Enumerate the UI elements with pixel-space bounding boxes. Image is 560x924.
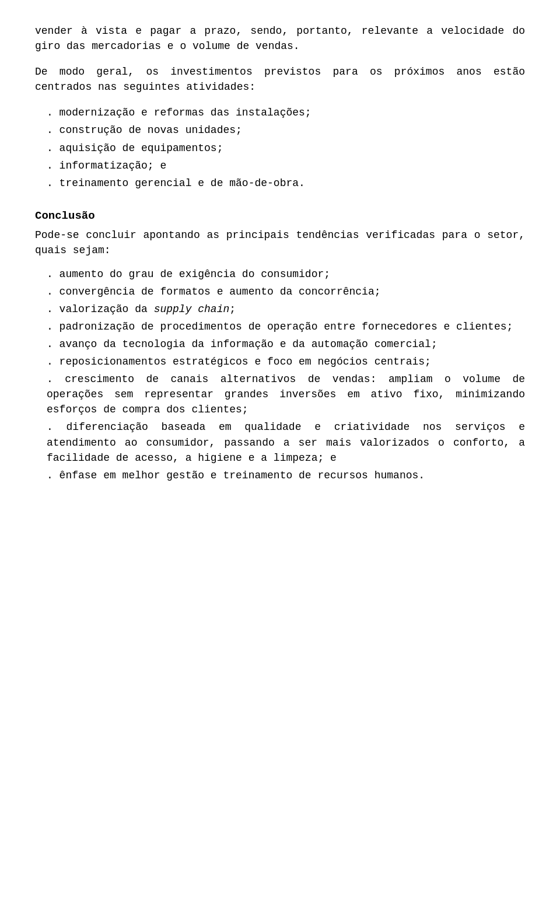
intro-paragraph-1: vender à vista e pagar a prazo, sendo, p… [35,23,525,54]
conclusion-item-supply-chain: . valorização da supply chain; [35,302,525,317]
conclusion-item-4: . padronização de procedimentos de opera… [35,319,525,334]
supply-chain-suffix: ; [229,303,236,315]
bullet-item-3: . aquisição de equipamentos; [35,141,525,156]
supply-chain-italic: supply chain [154,303,230,315]
conclusion-item-6: . reposicionamentos estratégicos e foco … [35,354,525,369]
conclusion-item-7: . crescimento de canais alternativos de … [35,372,525,417]
supply-chain-prefix: . valorização da [47,303,154,315]
conclusion-item-5: . avanço da tecnologia da informação e d… [35,337,525,352]
conclusion-intro: Pode-se concluir apontando as principais… [35,228,525,258]
document-content: vender à vista e pagar a prazo, sendo, p… [35,23,525,483]
bullet-list: . modernização e reformas das instalaçõe… [35,105,525,190]
intro-paragraph-2: De modo geral, os investimentos previsto… [35,64,525,94]
bullet-item-2: . construção de novas unidades; [35,123,525,138]
bullet-item-4: . informatização; e [35,158,525,173]
conclusion-heading: Conclusão [35,208,525,225]
conclusion-item-2: . convergência de formatos e aumento da … [35,284,525,299]
conclusion-item-9: . ênfase em melhor gestão e treinamento … [35,468,525,483]
conclusion-item-1: . aumento do grau de exigência do consum… [35,267,525,282]
conclusion-item-8: . diferenciação baseada em qualidade e c… [35,419,525,465]
bullet-item-5: . treinamento gerencial e de mão-de-obra… [35,176,525,191]
conclusion-block: Conclusão Pode-se concluir apontando as … [35,208,525,483]
bullet-item-1: . modernização e reformas das instalaçõe… [35,105,525,120]
